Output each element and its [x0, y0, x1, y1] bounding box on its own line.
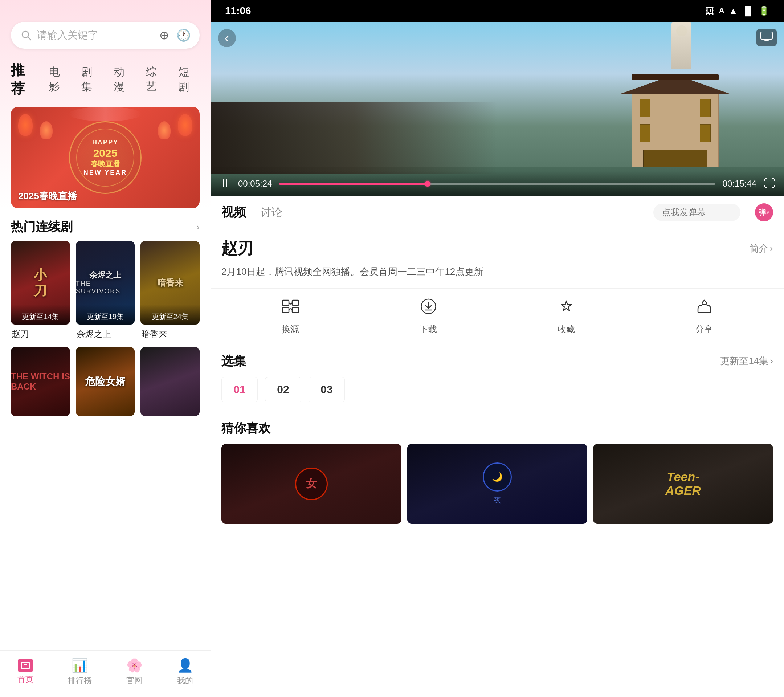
drama-card-3[interactable]: 暗香来 更新至24集 暗香来 [140, 241, 199, 340]
nav-item-home[interactable]: 首页 [17, 659, 33, 685]
drama-card-2[interactable]: 余烬之上 THE SURVIVORS 更新至19集 余烬之上 [76, 241, 135, 340]
section-more-hot[interactable]: › [196, 221, 199, 233]
tab-recommend[interactable]: 推荐 [11, 59, 38, 99]
episode-update[interactable]: 更新至14集 › [720, 355, 773, 367]
tab-drama[interactable]: 剧集 [81, 63, 103, 96]
action-favorite[interactable]: 收藏 [557, 297, 576, 335]
drama-card-5[interactable]: 危险女婿 [76, 347, 135, 416]
section-title-hot: 热门连续剧 [11, 219, 72, 235]
share-icon [694, 297, 714, 320]
banner-label: 2025春晚直播 [18, 190, 77, 203]
video-controls: ⏸ 00:05:24 00:15:44 ⛶ [211, 171, 784, 196]
left-panel: 请输入关键字 ⊕ 🕐 推荐 电影 剧集 动漫 综艺 短剧 HAPPY 2025 [0, 0, 211, 697]
nav-item-rank[interactable]: 📊 排行榜 [68, 658, 92, 686]
svg-rect-3 [764, 39, 769, 41]
svg-rect-2 [761, 32, 772, 39]
progress-dot [425, 181, 430, 186]
svg-line-1 [28, 37, 31, 40]
svg-rect-8 [292, 308, 299, 313]
tab-video[interactable]: 视频 [221, 204, 246, 221]
action-label-download: 下载 [420, 323, 437, 335]
tv-button[interactable] [756, 29, 777, 46]
episode-update-text: 更新至14集 [720, 355, 768, 367]
search-icon [20, 29, 33, 42]
building [624, 65, 726, 174]
drama-card-4[interactable]: THE WITCH IS BACK [11, 347, 70, 416]
search-actions: ⊕ 🕐 [159, 28, 191, 42]
episode-item-1[interactable]: 01 [221, 377, 258, 402]
fullscreen-button[interactable]: ⛶ [764, 177, 775, 190]
episode-header: 选集 更新至14集 › [221, 353, 773, 369]
drama-bg-2: 余烬之上 THE SURVIVORS 更新至19集 [76, 241, 135, 325]
recommend-grid: 女 🌙 夜 Teen-AGER [221, 444, 773, 524]
banner[interactable]: HAPPY 2025 春晚直播 NEW YEAR 2025春晚直播 [11, 107, 199, 208]
drama-update-2: 更新至19集 [76, 305, 135, 325]
show-title-row: 赵刃 简介 › [221, 238, 773, 259]
tab-discussion[interactable]: 讨论 [260, 205, 282, 220]
action-share[interactable]: 分享 [694, 297, 714, 335]
action-download[interactable]: 下载 [418, 297, 438, 335]
home-icon [18, 659, 33, 672]
tab-anime[interactable]: 动漫 [114, 63, 135, 96]
play-pause-button[interactable]: ⏸ [219, 177, 231, 190]
barrage-badge[interactable]: 弹 ♥ [755, 203, 773, 221]
recommend-title: 猜你喜欢 [221, 420, 773, 437]
drama-thumb-6 [140, 347, 199, 416]
episode-item-3[interactable]: 03 [308, 377, 345, 402]
search-placeholder[interactable]: 请输入关键字 [37, 28, 159, 42]
tab-variety[interactable]: 综艺 [146, 63, 167, 96]
intro-label: 简介 [749, 242, 768, 255]
action-buttons: 换源 下载 收藏 [211, 288, 784, 344]
drama-thumb-4: THE WITCH IS BACK [11, 347, 70, 416]
signal-icon: ▐▌ [742, 6, 754, 16]
tab-movie[interactable]: 电影 [49, 63, 71, 96]
drama-bg-4: THE WITCH IS BACK [11, 347, 70, 416]
nav-item-mine[interactable]: 👤 我的 [177, 658, 193, 686]
svg-rect-7 [282, 308, 289, 313]
drama-grid-row1: 小 刀 更新至14集 赵刀 余烬之上 THE SURVIVORS 更新至19集 … [0, 241, 211, 340]
battery-icon: 🔋 [759, 6, 769, 16]
nav-tabs: 推荐 电影 剧集 动漫 综艺 短剧 [0, 56, 211, 103]
action-source[interactable]: 换源 [280, 297, 301, 335]
drama-title-1: 赵刀 [11, 328, 70, 340]
progress-fill [279, 183, 427, 185]
svg-rect-6 [292, 300, 299, 305]
action-label-share: 分享 [695, 323, 713, 335]
back-button[interactable]: ‹ [218, 29, 236, 47]
recommend-card-2[interactable]: 🌙 夜 [407, 444, 587, 524]
show-description: 2月10日起，腾讯视频全网独播。会员首周一二三中午12点更新 [221, 264, 773, 280]
action-label-source: 换源 [282, 323, 299, 335]
drama-title-3: 暗香来 [140, 328, 199, 340]
a-icon: A [719, 6, 725, 16]
drama-card-6[interactable] [140, 347, 199, 416]
drama-bg-1: 小 刀 更新至14集 [11, 241, 70, 325]
search-bar[interactable]: 请输入关键字 ⊕ 🕐 [11, 22, 199, 49]
episode-item-2[interactable]: 02 [265, 377, 301, 402]
right-panel: 11:06 🖼 A ▲ ▐▌ 🔋 [211, 0, 784, 697]
show-info: 赵刃 简介 › 2月10日起，腾讯视频全网独播。会员首周一二三中午12点更新 [211, 229, 784, 288]
nav-label-rank: 排行榜 [68, 675, 92, 686]
drama-card-1[interactable]: 小 刀 更新至14集 赵刀 [11, 241, 70, 340]
action-label-favorite: 收藏 [558, 323, 575, 335]
drama-update-1: 更新至14集 [11, 305, 70, 325]
image-icon: 🖼 [706, 6, 714, 16]
section-header-hot: 热门连续剧 › [0, 208, 211, 241]
tab-short[interactable]: 短剧 [178, 63, 199, 96]
nav-label-mine: 我的 [177, 675, 193, 686]
recommend-card-1[interactable]: 女 [221, 444, 402, 524]
favorite-icon [557, 297, 576, 320]
wifi-icon: ▲ [729, 6, 738, 16]
show-intro-link[interactable]: 简介 › [749, 242, 773, 255]
barrage-input[interactable] [653, 204, 740, 221]
total-time: 00:15:44 [723, 179, 756, 189]
drama-thumb-5: 危险女婿 [76, 347, 135, 416]
video-scene [211, 22, 784, 196]
video-player[interactable]: ‹ ⏸ 00:05:24 00:15:44 ⛶ [211, 22, 784, 196]
download-icon[interactable]: ⊕ [159, 28, 169, 42]
progress-bar[interactable] [279, 183, 715, 185]
recommend-card-3[interactable]: Teen-AGER [593, 444, 773, 524]
history-icon[interactable]: 🕐 [176, 28, 191, 42]
nav-item-official[interactable]: 🌸 官网 [126, 658, 143, 686]
status-time: 11:06 [225, 5, 251, 17]
source-icon [280, 297, 301, 320]
